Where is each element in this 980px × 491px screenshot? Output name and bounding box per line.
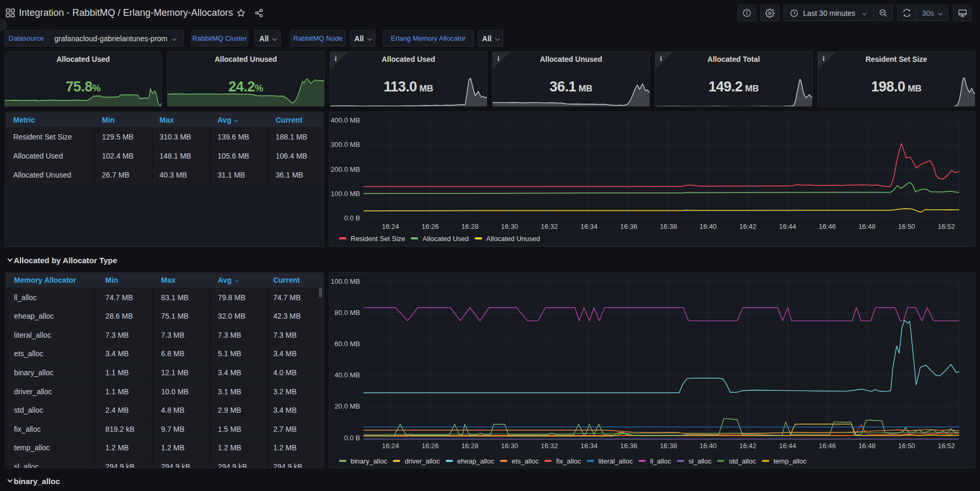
svg-text:16:32: 16:32 <box>541 223 558 230</box>
svg-text:16:48: 16:48 <box>859 223 876 230</box>
svg-text:16:34: 16:34 <box>580 223 598 230</box>
svg-text:100.0 MB: 100.0 MB <box>331 190 360 198</box>
svg-text:16:40: 16:40 <box>700 223 717 230</box>
svg-text:16:30: 16:30 <box>501 223 519 230</box>
svg-text:16:30: 16:30 <box>501 442 519 450</box>
svg-text:16:44: 16:44 <box>779 442 796 450</box>
svg-text:0.0 B: 0.0 B <box>344 434 360 442</box>
svg-text:16:36: 16:36 <box>620 223 637 230</box>
svg-text:400.0 MB: 400.0 MB <box>331 116 360 124</box>
svg-text:16:26: 16:26 <box>421 442 439 450</box>
svg-text:16:24: 16:24 <box>382 223 399 230</box>
svg-text:16:28: 16:28 <box>461 223 479 230</box>
svg-text:16:44: 16:44 <box>779 223 796 230</box>
svg-text:16:42: 16:42 <box>739 223 757 230</box>
svg-text:16:50: 16:50 <box>898 442 916 450</box>
svg-text:16:48: 16:48 <box>859 442 876 450</box>
svg-text:16:42: 16:42 <box>739 442 757 450</box>
svg-text:16:32: 16:32 <box>541 442 558 450</box>
svg-text:16:38: 16:38 <box>660 442 677 450</box>
svg-text:200.0 MB: 200.0 MB <box>331 165 360 173</box>
svg-text:100.0 MB: 100.0 MB <box>331 277 360 285</box>
svg-text:16:52: 16:52 <box>938 223 955 230</box>
svg-text:16:50: 16:50 <box>898 223 916 230</box>
svg-text:16:36: 16:36 <box>620 442 637 450</box>
svg-text:0.0 B: 0.0 B <box>344 214 360 222</box>
svg-text:16:26: 16:26 <box>421 223 439 230</box>
svg-text:16:24: 16:24 <box>382 442 399 450</box>
svg-text:80.0 MB: 80.0 MB <box>335 309 360 317</box>
svg-text:40.0 MB: 40.0 MB <box>335 371 360 379</box>
svg-text:16:38: 16:38 <box>660 223 677 230</box>
svg-text:300.0 MB: 300.0 MB <box>331 141 360 149</box>
svg-text:16:28: 16:28 <box>461 442 479 450</box>
svg-text:60.0 MB: 60.0 MB <box>335 340 360 348</box>
svg-text:16:46: 16:46 <box>818 442 836 450</box>
svg-text:16:40: 16:40 <box>700 442 717 450</box>
svg-text:16:34: 16:34 <box>580 442 598 450</box>
svg-text:20.0 MB: 20.0 MB <box>335 402 360 410</box>
svg-text:16:52: 16:52 <box>938 442 955 450</box>
svg-text:16:46: 16:46 <box>818 223 836 230</box>
